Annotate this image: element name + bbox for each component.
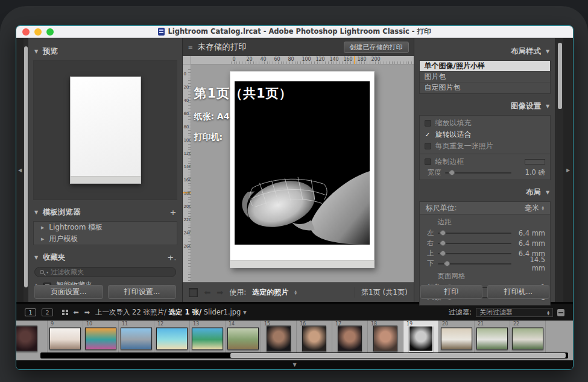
filter-value: 关闭过滤器 (479, 308, 513, 317)
right-panel-collapse-strip[interactable]: ▶ (563, 38, 573, 302)
window-title: Lightroom Catalog.lrcat - Adobe Photosho… (168, 27, 431, 36)
secondary-monitor-button[interactable]: 2 (42, 308, 53, 316)
checkbox-icon[interactable] (425, 158, 431, 165)
search-icon (40, 270, 44, 274)
template-browser-header[interactable]: ▼ 模板浏览器 + (28, 205, 182, 220)
filmstrip-scrollbar[interactable] (40, 352, 568, 359)
thumb-15-portrait[interactable]: 15 (261, 321, 297, 353)
page-setup-button[interactable]: 页面设置... (34, 285, 103, 299)
back-arrow-icon[interactable]: ⬅ (74, 308, 79, 316)
preview-section-header[interactable]: ▼ 预览 (28, 44, 182, 59)
thumb-22-white-car-side[interactable]: 22 (510, 321, 546, 353)
layout-section-header[interactable]: 布局 ▼ (414, 185, 555, 200)
stroke-width-slider[interactable] (445, 172, 511, 174)
filmstrip-source-status[interactable]: 上一次导入 22 张照片/ 选定 1 张/ Slider1.jpg ▾ (95, 308, 247, 317)
forward-arrow-icon[interactable]: ➡ (84, 308, 90, 316)
previous-page-arrow-icon[interactable]: ⬅ (204, 288, 210, 297)
layout-style-option[interactable]: 图片包 (420, 72, 550, 83)
ruler-tick-label: 80 (288, 57, 294, 62)
margins-label: 边距 (420, 214, 550, 228)
slider-thumb[interactable] (440, 249, 447, 257)
search-options-arrow-icon[interactable]: ▾ (46, 270, 48, 274)
thumb-17-portrait[interactable]: 17 (332, 321, 368, 353)
slider-track[interactable] (438, 243, 511, 244)
layout-style-header[interactable]: 布局样式 ▼ (414, 44, 555, 59)
right-panel-scrollbar[interactable] (555, 38, 563, 302)
slider-thumb[interactable] (443, 260, 451, 268)
image-setting-checkbox-row[interactable]: ✓旋转以适合 (420, 129, 550, 140)
stroke-border-label: 绘制边框 (435, 157, 464, 167)
thumb-13-tropical-beach[interactable]: 13 (190, 321, 226, 353)
image-settings-header[interactable]: 图像设置 ▼ (414, 99, 555, 114)
use-value-dropdown[interactable]: 选定的照片 (252, 287, 288, 298)
template-browser-item[interactable]: ▶Lightroom 模板 (34, 222, 177, 233)
template-browser-item[interactable]: ▶用户模板 (34, 233, 177, 245)
stroke-border-row[interactable]: 绘制边框 (420, 156, 550, 168)
slider-track[interactable] (438, 253, 511, 254)
print-button[interactable]: 打印 (420, 285, 482, 299)
bottom-panel-collapse-bar[interactable]: ▼ (16, 360, 573, 369)
preview-page-thumbnail (70, 77, 141, 184)
thumb-9-woman-on-bed[interactable]: 9 (48, 321, 83, 353)
toolbar-swatch-icon[interactable] (189, 288, 198, 297)
thumb-11-mountain-lake-image (121, 327, 152, 349)
triangle-down-icon: ▼ (34, 49, 38, 54)
printer-button[interactable]: 打印机... (487, 285, 549, 299)
left-panel-collapse-strip[interactable]: ◀ (16, 38, 24, 302)
thumb-10-lake-sunset[interactable]: 10 (83, 321, 119, 353)
primary-monitor-button[interactable]: 1 (25, 308, 36, 316)
image-setting-checkbox-row[interactable]: 每页重复一张照片 (420, 140, 550, 152)
slider-label: 左 (425, 228, 434, 237)
print-settings-button[interactable]: 打印设置... (108, 285, 177, 299)
thumb-16-portrait-blonde[interactable]: 16 (297, 321, 332, 353)
slider-thumb[interactable] (448, 169, 456, 177)
collections-search-input[interactable] (51, 268, 147, 276)
chevron-left-icon: ◀ (18, 168, 22, 173)
left-panel-scrollbar[interactable] (24, 38, 28, 302)
slider-track[interactable] (438, 233, 511, 234)
layout-style-option[interactable]: 单个图像/照片小样 (420, 61, 550, 72)
slider-thumb[interactable] (440, 239, 447, 247)
thumb-12-beach[interactable]: 12 (154, 321, 190, 353)
layout-label: 布局 (526, 187, 541, 198)
filmstrip-scrollbar-thumb[interactable] (230, 353, 566, 358)
create-saved-print-button[interactable]: 创建已存储的打印 (344, 42, 409, 53)
image-settings-box: 缩放以填充✓旋转以适合每页重复一张照片 绘制边框 宽度 1.0 磅 (419, 115, 551, 180)
slider-track[interactable] (438, 263, 511, 265)
thumb-19-bw-portrait[interactable]: 19 (403, 321, 439, 353)
collection-menu-icon[interactable]: ≡ (188, 44, 192, 51)
thumb-21-white-car-front[interactable]: 21 (475, 321, 510, 353)
checkbox-icon[interactable]: ✓ (425, 131, 431, 138)
thumb-20-white-sportscar[interactable]: 20 (439, 321, 475, 353)
thumb-18-portrait-close[interactable]: 18 (368, 321, 403, 353)
checkbox-icon[interactable] (425, 143, 431, 149)
cell-index-number: 12 (157, 321, 163, 327)
collections-search-field[interactable]: ▾ (34, 267, 176, 277)
left-scrollbar-thumb[interactable] (24, 46, 28, 287)
slider-thumb[interactable] (440, 229, 447, 237)
thumb-8-portrait-dark[interactable] (16, 321, 48, 353)
thumb-11-mountain-lake[interactable]: 11 (119, 321, 154, 353)
photo-count-label: 22 张照片/ (132, 308, 166, 316)
checkbox-icon[interactable] (425, 120, 431, 127)
filter-toggle-switch[interactable] (557, 309, 564, 316)
ruler-unit-dropdown[interactable]: 毫米 ▲▼ (525, 203, 544, 213)
add-template-icon[interactable]: + (169, 208, 176, 217)
filter-dropdown[interactable]: 关闭过滤器 ▲▼ (476, 308, 553, 317)
print-canvas: 020406080100120140160180200 020406080100… (183, 56, 413, 282)
grid-view-icon[interactable] (62, 310, 68, 316)
right-scrollbar-thumb[interactable] (558, 43, 562, 109)
image-setting-checkbox-row[interactable]: 缩放以填充 (420, 117, 550, 129)
next-page-arrow-icon[interactable]: ➡ (217, 288, 223, 297)
titlebar: Lightroom Catalog.lrcat - Adobe Photosho… (16, 26, 573, 38)
layout-style-option[interactable]: 自定图片包 (420, 83, 550, 93)
vertical-ruler: 020406080100120140160180200220240260 (183, 64, 191, 282)
triangle-down-icon: ▼ (546, 104, 549, 109)
ruler-tick-label: 0 (232, 57, 235, 62)
divider (420, 154, 550, 154)
border-color-swatch[interactable] (525, 159, 545, 164)
collections-header[interactable]: ▼ 收藏夹 +. (28, 250, 182, 265)
dropdown-updown-icon[interactable]: ▲▼ (294, 290, 297, 295)
add-collection-icon[interactable]: +. (167, 253, 176, 262)
thumb-14-great-wall[interactable]: 14 (226, 321, 261, 353)
